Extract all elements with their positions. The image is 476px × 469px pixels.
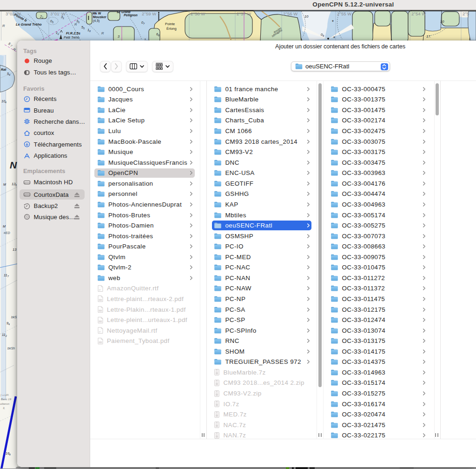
svg-text:2°59 W: 2°59 W xyxy=(142,11,156,16)
svg-text:8: 8 xyxy=(9,453,11,456)
svg-text:9: 9 xyxy=(323,34,324,37)
svg-text:2°55 W: 2°55 W xyxy=(337,11,351,16)
svg-text:8: 8 xyxy=(89,30,91,33)
svg-text:*: * xyxy=(332,20,334,25)
svg-text:17.: 17. xyxy=(426,34,431,39)
svg-text:) + LFl.: ) + LFl. xyxy=(0,394,9,396)
svg-text:R: R xyxy=(74,22,77,27)
svg-text:≠ED: ≠ED xyxy=(4,231,10,234)
svg-text:2°54 W: 2°54 W xyxy=(411,11,426,16)
svg-text:4: 4 xyxy=(8,323,10,326)
svg-text:2: 2 xyxy=(57,33,59,35)
svg-text:6: 6 xyxy=(158,34,159,37)
svg-text:Pointe: Pointe xyxy=(165,22,175,26)
svg-text:M: M xyxy=(3,225,6,228)
svg-text:2°58 W: 2°58 W xyxy=(191,11,205,16)
svg-text:2: 2 xyxy=(41,16,43,19)
svg-text:3°01' W: 3°01' W xyxy=(50,11,66,16)
svg-text:Mousker: Mousker xyxy=(93,15,106,19)
svg-text:uiberon: uiberon xyxy=(0,402,10,405)
svg-text:Banc 19: Banc 19 xyxy=(1,398,12,401)
svg-text:10: 10 xyxy=(304,14,309,19)
svg-text:R: R xyxy=(101,31,104,35)
svg-text:2°57 W: 2°57 W xyxy=(237,11,251,16)
svg-text:bkS: bkS xyxy=(11,315,17,319)
svg-text:4: 4 xyxy=(5,101,7,104)
svg-text:N: N xyxy=(10,160,17,170)
svg-text:Érlong: Érlong xyxy=(166,27,177,31)
svg-text:2°5: 2°5 xyxy=(463,11,469,16)
svg-text:11: 11 xyxy=(4,273,7,277)
svg-text:4: 4 xyxy=(9,74,10,76)
svg-text:13: 13 xyxy=(13,248,17,252)
svg-text:Petit Trého: Petit Trého xyxy=(64,36,79,39)
svg-text:Mk W: Mk W xyxy=(93,12,101,15)
svg-text:10: 10 xyxy=(440,20,444,24)
svg-text:Fl.R.2,5s: Fl.R.2,5s xyxy=(66,31,80,35)
svg-text:Rat: Rat xyxy=(1,68,7,71)
svg-text:R: R xyxy=(2,24,5,28)
svg-text:bkSh: bkSh xyxy=(7,347,15,350)
svg-text:1: 1 xyxy=(63,17,64,20)
svg-text:M: M xyxy=(3,183,6,186)
svg-text:(4,5): (4,5) xyxy=(93,19,99,23)
svg-text:3,: 3, xyxy=(3,407,5,409)
svg-text:2: 2 xyxy=(5,335,7,337)
svg-text:11: 11 xyxy=(2,333,6,337)
svg-text:Le Grand Trého: Le Grand Trého xyxy=(16,22,42,27)
svg-text:Pellignon: Pellignon xyxy=(124,13,138,17)
svg-text:2°56 W: 2°56 W xyxy=(283,11,298,16)
